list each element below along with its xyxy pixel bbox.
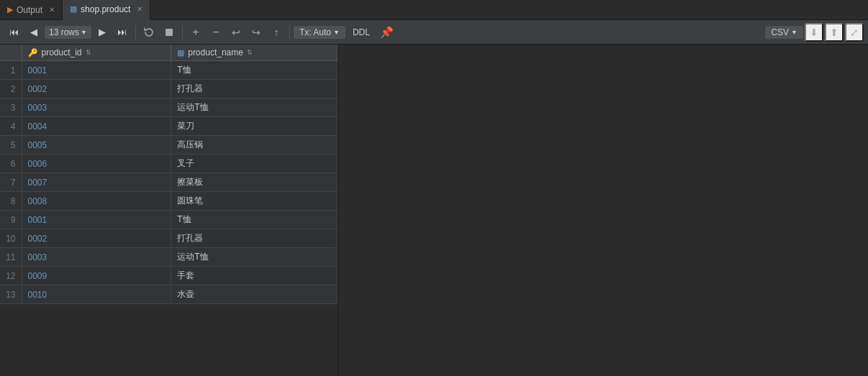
- nav-last-button[interactable]: ⏭: [113, 23, 132, 42]
- product-name-cell[interactable]: 圆珠笔: [171, 192, 338, 211]
- product-name-cell[interactable]: 运动T恤: [171, 248, 338, 267]
- product-id-cell[interactable]: 0002: [22, 229, 171, 248]
- tx-label: Tx: Auto: [299, 27, 331, 37]
- svg-rect-0: [166, 29, 173, 36]
- key-icon: 🔑: [28, 48, 38, 58]
- nav-prev-button[interactable]: ◀: [24, 23, 43, 42]
- table-row[interactable]: 30003运动T恤: [0, 98, 338, 117]
- row-number-cell: 8: [0, 192, 22, 211]
- product-id-cell[interactable]: 0008: [22, 192, 171, 211]
- product-name-cell[interactable]: 手套: [171, 267, 338, 285]
- rows-dropdown-icon: ▼: [81, 29, 87, 36]
- product-id-cell[interactable]: 0004: [22, 117, 171, 136]
- tab-shop-product-label: shop.product: [81, 4, 130, 14]
- col-sort-icon-product-id: ⇅: [86, 49, 91, 56]
- product-name-cell[interactable]: 擦菜板: [171, 173, 338, 192]
- nav-first-button[interactable]: ⏮: [4, 23, 23, 42]
- tx-dropdown[interactable]: Tx: Auto ▼: [294, 26, 345, 39]
- table-row[interactable]: 50005高压锅: [0, 136, 338, 155]
- column-header-product-id[interactable]: 🔑 product_id ⇅: [22, 45, 171, 61]
- product-name-cell[interactable]: 叉子: [171, 155, 338, 173]
- product-name-cell[interactable]: 水壶: [171, 285, 338, 304]
- upload-button[interactable]: ⬆: [825, 23, 844, 42]
- data-table-wrapper[interactable]: 🔑 product_id ⇅ ▦ product_name ⇅: [0, 45, 338, 376]
- separator-2: [182, 25, 183, 40]
- table-row[interactable]: 80008圆珠笔: [0, 192, 338, 211]
- row-number-cell: 5: [0, 136, 22, 155]
- tab-bar: ▶ Output ✕ ▦ shop.product ✕: [0, 0, 868, 20]
- add-row-button[interactable]: +: [186, 23, 205, 42]
- table-row[interactable]: 40004菜刀: [0, 117, 338, 136]
- row-number-cell: 6: [0, 155, 22, 173]
- nav-next-button[interactable]: ▶: [93, 23, 112, 42]
- output-icon: ▶: [7, 5, 13, 14]
- product-id-cell[interactable]: 0010: [22, 285, 171, 304]
- table-row[interactable]: 60006叉子: [0, 155, 338, 173]
- col-product-name-label: product_name: [188, 47, 243, 58]
- tab-output-close[interactable]: ✕: [49, 6, 55, 14]
- table-row[interactable]: 70007擦菜板: [0, 173, 338, 192]
- product-id-cell[interactable]: 0009: [22, 267, 171, 285]
- column-header-product-name[interactable]: ▦ product_name ⇅: [171, 45, 338, 61]
- product-id-cell[interactable]: 0003: [22, 248, 171, 267]
- product-id-cell[interactable]: 0005: [22, 136, 171, 155]
- tab-shop-product[interactable]: ▦ shop.product ✕: [63, 0, 150, 20]
- row-number-cell: 1: [0, 61, 22, 80]
- table-row[interactable]: 130010水壶: [0, 285, 338, 304]
- separator-1: [135, 25, 136, 40]
- table-row[interactable]: 120009手套: [0, 267, 338, 285]
- csv-label: CSV: [771, 27, 789, 37]
- table-container: 🔑 product_id ⇅ ▦ product_name ⇅: [0, 45, 868, 376]
- product-name-cell[interactable]: T恤: [171, 211, 338, 229]
- product-name-cell[interactable]: 运动T恤: [171, 98, 338, 117]
- table-row[interactable]: 90001T恤: [0, 211, 338, 229]
- table-row[interactable]: 10001T恤: [0, 61, 338, 80]
- remove-row-button[interactable]: −: [207, 23, 225, 42]
- row-number-cell: 12: [0, 267, 22, 285]
- tab-output-label: Output: [17, 5, 42, 15]
- data-table: 🔑 product_id ⇅ ▦ product_name ⇅: [0, 45, 338, 304]
- product-id-cell[interactable]: 0002: [22, 80, 171, 98]
- tab-output[interactable]: ▶ Output ✕: [0, 0, 63, 20]
- right-pane: [338, 45, 868, 376]
- table-icon: ▦: [70, 4, 77, 14]
- pin-button[interactable]: 📌: [377, 26, 397, 39]
- product-id-cell[interactable]: 0003: [22, 98, 171, 117]
- product-name-cell[interactable]: 菜刀: [171, 117, 338, 136]
- revert-button[interactable]: ↩: [227, 23, 245, 42]
- product-id-cell[interactable]: 0001: [22, 61, 171, 80]
- product-name-cell[interactable]: 打孔器: [171, 229, 338, 248]
- table-row[interactable]: 100002打孔器: [0, 229, 338, 248]
- csv-dropdown[interactable]: CSV ▼: [765, 26, 803, 39]
- separator-3: [289, 25, 290, 40]
- row-number-cell: 2: [0, 80, 22, 98]
- row-number-header: [0, 45, 22, 61]
- col-sort-icon-product-name: ⇅: [247, 49, 253, 56]
- table-row[interactable]: 20002打孔器: [0, 80, 338, 98]
- row-number-cell: 13: [0, 285, 22, 304]
- product-id-cell[interactable]: 0007: [22, 173, 171, 192]
- ddl-button[interactable]: DDL: [347, 26, 376, 39]
- rows-count: 13 rows: [49, 27, 79, 37]
- table-row[interactable]: 110003运动T恤: [0, 248, 338, 267]
- download-button[interactable]: ⬇: [805, 23, 823, 42]
- tab-shop-product-close[interactable]: ✕: [137, 5, 143, 13]
- product-name-cell[interactable]: 高压锅: [171, 136, 338, 155]
- stop-button[interactable]: [160, 23, 178, 42]
- csv-dropdown-icon: ▼: [791, 29, 797, 36]
- col-product-id-label: product_id: [42, 47, 82, 58]
- row-number-cell: 7: [0, 173, 22, 192]
- row-number-cell: 10: [0, 229, 22, 248]
- product-name-cell[interactable]: 打孔器: [171, 80, 338, 98]
- revert2-button[interactable]: ↪: [247, 23, 266, 42]
- up-button[interactable]: ↑: [267, 23, 286, 42]
- row-number-cell: 11: [0, 248, 22, 267]
- product-name-cell[interactable]: T恤: [171, 61, 338, 80]
- product-id-cell[interactable]: 0001: [22, 211, 171, 229]
- rows-selector[interactable]: 13 rows ▼: [45, 26, 91, 39]
- product-id-cell[interactable]: 0006: [22, 155, 171, 173]
- expand-button[interactable]: ⤢: [845, 23, 864, 42]
- refresh-button[interactable]: [140, 23, 158, 42]
- table-body: 10001T恤20002打孔器30003运动T恤40004菜刀50005高压锅6…: [0, 61, 338, 304]
- table-col-icon: ▦: [177, 48, 184, 58]
